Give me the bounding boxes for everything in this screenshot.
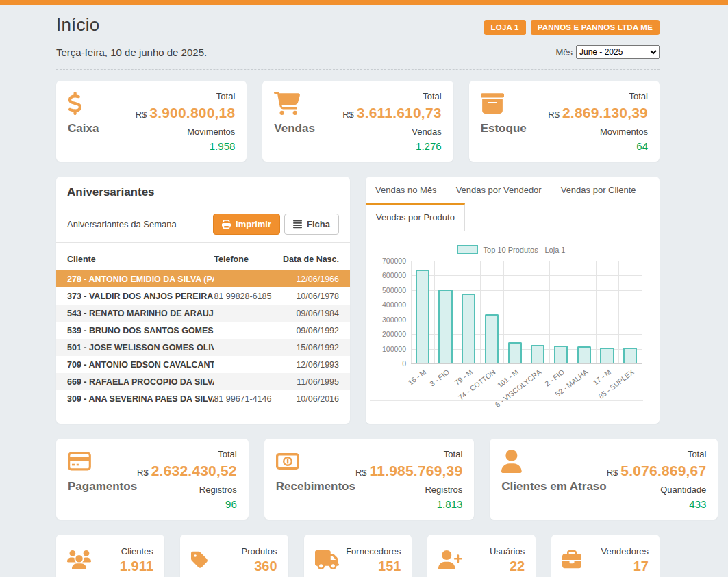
- count-label: Movimentos: [548, 127, 648, 138]
- tab-vendas-no-m-s[interactable]: Vendas no Mês: [366, 177, 447, 203]
- count-value: 1.813: [355, 498, 462, 511]
- birthdays-subtitle: Aniversariantes da Semana: [67, 219, 177, 229]
- dashboard: Início LOJA 1 PANNOS E PANNOS LTDA ME Te…: [56, 5, 660, 577]
- total-value: R$3.611.610,73: [342, 103, 441, 122]
- bar-slot: [480, 261, 503, 363]
- month-select[interactable]: June - 2025: [576, 45, 660, 59]
- y-tick-label: 0: [402, 359, 406, 368]
- cell-data-nasc: 15/06/1992: [282, 343, 339, 352]
- cell-data-nasc: 10/06/2016: [282, 394, 339, 404]
- mini-card-label: Usuários: [490, 546, 525, 556]
- count-value: 1.276: [342, 140, 441, 153]
- cell-telefone: 81 99671-4146: [214, 394, 281, 404]
- bar-slot: [457, 261, 480, 363]
- sales-tabs-row1: Vendas no MêsVendas por VendedorVendas p…: [366, 177, 660, 203]
- tab-vendas-por-cliente[interactable]: Vendas por Cliente: [551, 177, 646, 203]
- table-row[interactable]: 669 - RAFAELA PROCOPIO DA SILVA CA...11/…: [56, 373, 350, 390]
- bar-85-suplex: [623, 348, 637, 363]
- bar-slot: [503, 261, 527, 363]
- bar-52-malha: [577, 346, 591, 363]
- cell-data-nasc: 12/06/1966: [282, 274, 339, 284]
- birthdays-rows: 278 - ANTONIO EMIDIO DA SILVA (PALE...12…: [56, 270, 350, 407]
- legend-swatch: [457, 245, 478, 254]
- sales-tabs-row2: Vendas por Produto: [366, 203, 660, 231]
- user-plus-icon: [438, 550, 462, 569]
- currency-symbol: R$: [607, 467, 618, 478]
- total-value: R$5.076.869,67: [607, 461, 707, 480]
- print-button[interactable]: Imprimir: [213, 214, 280, 235]
- stat-card-vendas: VendasTotalR$3.611.610,73Vendas1.276: [262, 81, 453, 162]
- top-accent-bar: [0, 0, 728, 5]
- total-label: Total: [548, 91, 648, 103]
- birthdays-table-header: Cliente Telefone Data de Nasc.: [56, 249, 350, 270]
- bar-slot: [618, 261, 642, 363]
- mini-card-usu-rios: Usuários22: [427, 535, 536, 577]
- bars-layer: [411, 261, 642, 363]
- mini-card-value: 1.911: [120, 559, 153, 574]
- amount: 3.900.800,18: [149, 105, 235, 120]
- tab-vendas-por-vendedor[interactable]: Vendas por Vendedor: [447, 177, 551, 203]
- store-badges: LOJA 1 PANNOS E PANNOS LTDA ME: [484, 20, 660, 35]
- table-row[interactable]: 539 - BRUNO DOS SANTOS GOMES09/06/1992: [56, 322, 350, 339]
- count-value: 433: [607, 498, 707, 511]
- chart-title: Top 10 Produtos - Loja 1: [484, 246, 566, 254]
- store-badge-company[interactable]: PANNOS E PANNOS LTDA ME: [531, 20, 660, 35]
- gridline-vertical: [642, 261, 642, 363]
- bar-slot: [411, 261, 434, 363]
- current-date: Terça-feira, 10 de junho de 2025.: [56, 47, 207, 58]
- stat-cards-top: CaixaTotalR$3.900.800,18Movimentos1.958V…: [56, 81, 660, 162]
- total-label: Total: [137, 449, 237, 461]
- mini-card-value: 360: [242, 559, 277, 574]
- page-title: Início: [56, 14, 99, 36]
- birthdays-panel: Aniversariantes Aniversariantes da Seman…: [56, 177, 350, 424]
- table-row[interactable]: 278 - ANTONIO EMIDIO DA SILVA (PALE...12…: [56, 270, 350, 287]
- stat-card-estoque: EstoqueTotalR$2.869.130,39Movimentos64: [469, 81, 660, 162]
- sales-chart-panel: Vendas no MêsVendas por VendedorVendas p…: [366, 177, 660, 424]
- mini-card-label: Clientes: [120, 546, 153, 556]
- cell-data-nasc: 10/06/1978: [282, 292, 339, 301]
- table-row[interactable]: 309 - ANA SEVERINA PAES DA SILVA81 99671…: [56, 390, 350, 407]
- count-label: Registros: [137, 485, 237, 496]
- mini-cards-row: Clientes1.911Produtos360Fornecedores151U…: [56, 535, 660, 577]
- table-row[interactable]: 501 - JOSE WELISSON GOMES OLIVEIR...15/0…: [56, 339, 350, 356]
- bar-79-m: [462, 294, 475, 363]
- ficha-button[interactable]: Ficha: [284, 214, 339, 235]
- y-tick-label: 600000: [382, 271, 406, 279]
- cell-data-nasc: 09/06/1984: [282, 309, 339, 318]
- dollar-icon: [68, 91, 99, 116]
- printer-icon: [222, 220, 231, 229]
- y-tick-label: 300000: [382, 316, 406, 324]
- table-row[interactable]: 709 - ANTONIO EDSON CAVALCANTE D...12/06…: [56, 356, 350, 373]
- bar-slot: [434, 261, 457, 363]
- table-row[interactable]: 373 - VALDIR DOS ANJOS PEREIRA (AN...81 …: [56, 287, 350, 305]
- total-value: R$2.869.130,39: [548, 103, 648, 122]
- count-label: Registros: [355, 485, 462, 496]
- currency-symbol: R$: [137, 467, 149, 478]
- mini-card-label: Fornecedores: [346, 546, 401, 556]
- middle-panels: Aniversariantes Aniversariantes da Seman…: [56, 177, 660, 424]
- currency-symbol: R$: [548, 110, 560, 120]
- mini-card-clientes: Clientes1.911: [56, 535, 164, 577]
- total-label: Total: [342, 91, 441, 103]
- cell-cliente: 373 - VALDIR DOS ANJOS PEREIRA (AN...: [67, 292, 214, 301]
- amount: 11.985.769,39: [370, 463, 463, 478]
- bar-chart: Top 10 Produtos - Loja 1 010000020000030…: [366, 231, 660, 401]
- page-header: Início LOJA 1 PANNOS E PANNOS LTDA ME: [56, 5, 660, 36]
- cell-cliente: 539 - BRUNO DOS SANTOS GOMES: [67, 326, 214, 335]
- bar-slot: [549, 261, 573, 363]
- tab-vendas-por-produto[interactable]: Vendas por Produto: [366, 203, 465, 231]
- bar-slot: [573, 261, 596, 363]
- user-icon: [501, 449, 606, 474]
- store-badge-loja[interactable]: LOJA 1: [484, 20, 526, 35]
- cell-data-nasc: 09/06/1992: [282, 326, 339, 335]
- bar-slot: [596, 261, 619, 363]
- table-row[interactable]: 543 - RENATO MARINHO DE ARAUJO (F...09/0…: [56, 305, 350, 322]
- mini-card-label: Vendedores: [601, 546, 649, 556]
- currency-symbol: R$: [355, 467, 367, 478]
- mini-card-produtos: Produtos360: [180, 535, 288, 577]
- total-value: R$11.985.769,39: [355, 461, 462, 480]
- y-tick-label: 500000: [382, 286, 406, 294]
- mini-card-fornecedores: Fornecedores151: [304, 535, 412, 577]
- total-label: Total: [355, 449, 462, 461]
- bar-101-m: [508, 342, 522, 363]
